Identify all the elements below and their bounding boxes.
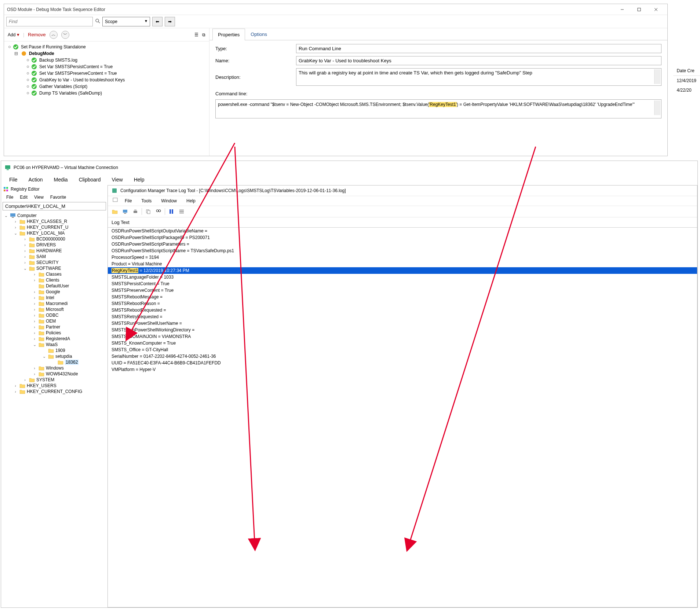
nav-prev-button[interactable]: ⬅ [152,17,163,26]
tree-node[interactable]: ›Macromedi [1,301,107,306]
tree-node[interactable]: ›ODBC [1,312,107,318]
tree-node[interactable]: ›WOW6432Node [1,371,107,377]
list-icon[interactable] [178,207,186,216]
tree-node[interactable]: ›HARDWARE [1,248,107,254]
maximize-button[interactable] [631,4,648,15]
regedit-menu-favorites[interactable]: Favorite [47,194,69,201]
tree-node[interactable]: ›BCD00000000 [1,236,107,242]
expand-icon[interactable]: › [32,272,37,276]
expand-icon[interactable]: › [22,260,28,265]
prop-desc-input[interactable]: This will grab a registry key at point i… [296,68,661,86]
expand-icon[interactable]: › [22,254,28,259]
expand-icon[interactable]: › [32,290,37,294]
log-line[interactable]: VMPlatform = Hyper-V [108,366,697,373]
expand-icon[interactable]: › [22,378,28,382]
expand-icon[interactable]: › [32,278,37,282]
tree-node[interactable]: ⌄Computer [1,213,107,218]
regedit-menu-view[interactable]: View [31,194,47,201]
tree-node[interactable]: ›Intel [1,295,107,301]
regedit-path-input[interactable]: Computer\HKEY_LOCAL_M [3,202,106,210]
cmtrace-menu-file[interactable]: File [120,197,136,205]
cmtrace-menu-help[interactable]: Help [182,197,200,205]
prop-name-input[interactable] [296,56,661,65]
tree-node[interactable]: ›SAM [1,254,107,260]
find-input[interactable] [6,17,93,26]
step-item[interactable]: Dump TS Variables (SafeDump) [6,90,207,96]
cmtrace-menu-window[interactable]: Window [157,197,181,205]
regedit-menu-edit[interactable]: Edit [17,194,30,201]
tree-node[interactable]: ›Google [1,289,107,295]
step-item[interactable]: Set Var SMSTSPreserveContent = True [6,70,207,77]
pause-icon[interactable] [167,207,175,216]
vm-menu-media[interactable]: Media [48,175,73,184]
tree-node[interactable]: ›Classes [1,271,107,277]
open-icon[interactable] [111,207,119,216]
step-item[interactable]: GrabKey to Var - Used to troubleshoot Ke… [6,77,207,83]
cmtrace-column-header[interactable]: Log Text [108,217,697,228]
tree-node[interactable]: ›HKEY_CLASSES_R [1,218,107,224]
tree-node[interactable]: ⌄HKEY_LOCAL_MA [1,230,107,236]
expand-icon[interactable]: › [32,372,37,376]
step-root[interactable]: Set Pause if Running Standalone [6,44,207,50]
scope-dropdown[interactable]: Scope [102,17,150,26]
tree-node[interactable]: ›OEM [1,318,107,324]
tree-node[interactable]: 1909 [1,348,107,353]
tree-node[interactable]: ›RegisteredA [1,336,107,342]
expand-icon[interactable]: › [13,219,18,224]
tree-node[interactable]: ›HKEY_CURRENT_U [1,224,107,230]
copy-icon[interactable] [144,207,152,216]
vm-menu-view[interactable]: View [107,175,128,184]
expand-icon[interactable]: › [13,225,18,229]
expand-icon[interactable]: › [32,331,37,335]
step-item[interactable]: Set Var SMSTSPersistContent = True [6,63,207,70]
remove-step-button[interactable]: Remove [28,32,45,37]
log-line[interactable]: SMSTSPreserveContent = True [108,287,697,294]
expand-icon[interactable]: › [13,383,18,388]
move-down-button[interactable]: ﹀ [61,31,69,39]
expand-icon[interactable]: › [32,337,37,341]
tree-node[interactable]: ›Policies [1,330,107,336]
log-line[interactable]: RegKeyTest1 = 12/2/2019 10:27:34 PM [108,267,697,274]
expand-icon[interactable]: › [32,295,37,300]
log-line[interactable]: SMSTSRunPowerShellWorkingDirectory = [108,327,697,333]
step-item[interactable]: Backup SMSTS.log [6,57,207,63]
expand-icon[interactable]: ⌄ [22,266,28,271]
tab-properties[interactable]: Properties [212,29,245,40]
tree-node[interactable]: DefaultUser [1,283,107,289]
add-step-button[interactable]: Add ▾ [8,32,19,37]
minimize-button[interactable] [614,4,631,15]
osd-step-tree[interactable]: Set Pause if Running Standalone ⊟ DebugM… [4,41,209,99]
log-line[interactable]: SMSTSRebootRequested = [108,307,697,313]
cmtrace-log-list[interactable]: OSDRunPowerShellScriptOutputVariableName… [108,228,697,373]
tree-node[interactable]: ›DRIVERS [1,242,107,248]
step-group-debugmode[interactable]: ⊟ DebugMode [6,50,207,57]
log-line[interactable]: SMSTSRebootMessage = [108,294,697,300]
tab-options[interactable]: Options [245,28,273,40]
tree-node[interactable]: ›Windows [1,365,107,371]
log-line[interactable]: SMSTS_Office = GT-CityHall [108,346,697,353]
expand-icon[interactable]: › [13,389,18,394]
tree-node[interactable]: ›SECURITY [1,260,107,265]
regedit-menu-file[interactable]: File [3,194,16,201]
log-line[interactable]: SMSTS_KnownComputer = True [108,340,697,346]
log-line[interactable]: SMSTSRebootReason = [108,300,697,307]
expand-icon[interactable]: › [32,307,37,312]
search-icon[interactable] [95,18,100,25]
log-line[interactable]: OSDRunPowerShellScriptPackageID = PS2000… [108,234,697,241]
cmtrace-menu-tools[interactable]: Tools [137,197,156,205]
log-line[interactable]: ProcessorSpeed = 3194 [108,254,697,261]
tree-node[interactable]: ⌄SOFTWARE [1,265,107,271]
tree-node[interactable]: ›Microsoft [1,306,107,312]
tree-node[interactable]: ›Partner [1,324,107,330]
vm-menu-action[interactable]: Action [23,175,48,184]
tree-node[interactable]: ›Clients [1,277,107,283]
move-up-button[interactable]: ︿ [50,31,58,39]
vm-menu-clipboard[interactable]: Clipboard [74,175,106,184]
tree-node[interactable]: 18362 [1,359,107,365]
expand-icon[interactable]: ⌄ [3,213,8,218]
nav-next-button[interactable]: ➡ [165,17,175,26]
expand-icon[interactable]: › [22,237,28,241]
vm-menu-file[interactable]: File [4,175,23,184]
expand-icon[interactable]: › [22,249,28,253]
expand-icon[interactable]: ⌄ [41,354,47,359]
